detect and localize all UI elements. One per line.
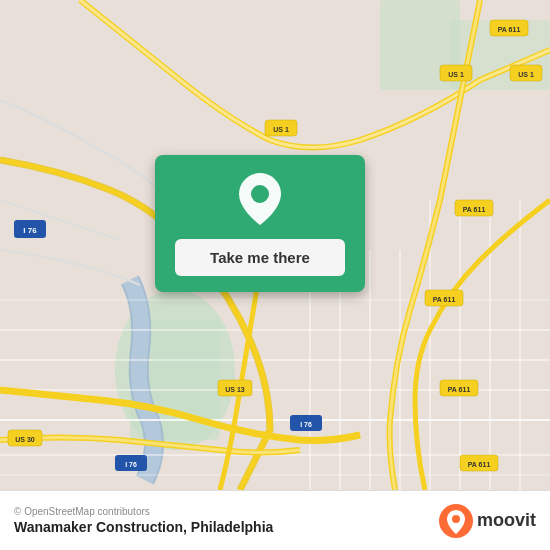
svg-text:I 76: I 76: [23, 226, 37, 235]
svg-text:PA 611: PA 611: [498, 26, 521, 33]
location-info: © OpenStreetMap contributors Wanamaker C…: [14, 506, 273, 535]
bottom-bar: © OpenStreetMap contributors Wanamaker C…: [0, 490, 550, 550]
map-attribution: © OpenStreetMap contributors: [14, 506, 273, 517]
svg-text:PA 611: PA 611: [463, 206, 486, 213]
map-container: I 76 US 1 US 1 US 1 PA 611 PA 611 PA 611…: [0, 0, 550, 490]
svg-text:PA 611: PA 611: [448, 386, 471, 393]
svg-text:I 76: I 76: [125, 461, 137, 468]
svg-text:US 30: US 30: [15, 436, 35, 443]
moovit-logo: moovit: [439, 504, 536, 538]
svg-text:US 1: US 1: [518, 71, 534, 78]
svg-text:US 1: US 1: [273, 126, 289, 133]
card-overlay: Take me there: [155, 155, 365, 292]
svg-text:PA 611: PA 611: [468, 461, 491, 468]
svg-text:US 1: US 1: [448, 71, 464, 78]
moovit-brand-icon: [439, 504, 473, 538]
moovit-brand-name: moovit: [477, 510, 536, 531]
svg-text:PA 611: PA 611: [433, 296, 456, 303]
svg-text:US 13: US 13: [225, 386, 245, 393]
location-name: Wanamaker Construction, Philadelphia: [14, 519, 273, 535]
take-me-there-button[interactable]: Take me there: [175, 239, 345, 276]
pin-icon: [239, 173, 281, 229]
svg-text:I 76: I 76: [300, 421, 312, 428]
svg-point-47: [251, 185, 269, 203]
svg-point-49: [452, 515, 460, 523]
